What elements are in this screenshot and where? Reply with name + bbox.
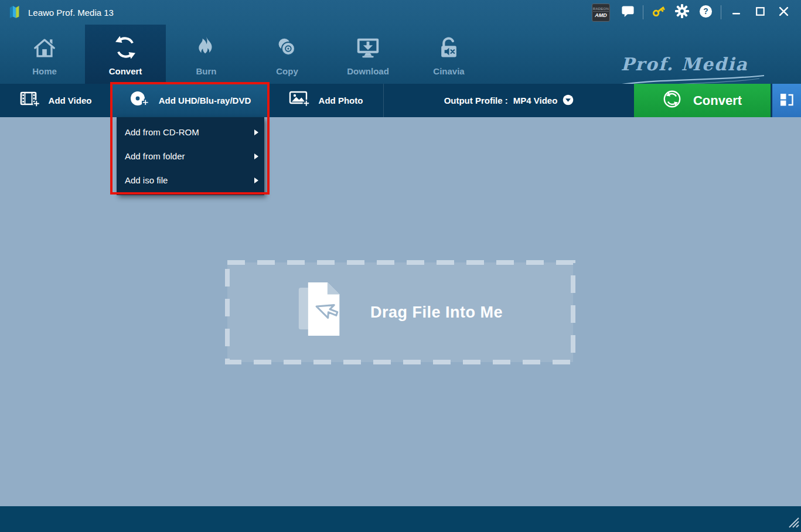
main-tab-bar: Home Convert <box>0 25 801 84</box>
svg-text:?: ? <box>703 6 708 16</box>
settings-button[interactable] <box>670 2 694 23</box>
key-icon <box>651 4 666 21</box>
file-drop-zone[interactable]: Drag File Into Me <box>224 260 576 365</box>
tab-convert[interactable]: Convert <box>85 25 166 84</box>
convert-icon <box>111 30 139 62</box>
add-disc-icon <box>129 90 150 111</box>
tab-label: Cinavia <box>433 66 464 76</box>
feedback-bubble-icon <box>621 5 635 20</box>
menu-item-add-from-cdrom[interactable]: Add from CD-ROM <box>117 120 264 144</box>
tab-label: Home <box>32 66 57 76</box>
convert-button[interactable]: Convert <box>634 84 771 117</box>
amd-radeon-badge: RADEON AMD <box>592 4 610 22</box>
dropzone-label: Drag File Into Me <box>370 303 503 322</box>
minimize-icon <box>732 7 741 18</box>
brand-script-text: Prof. Media <box>594 54 775 74</box>
tab-label: Copy <box>276 66 298 76</box>
add-photo-button[interactable]: Add Photo <box>268 84 384 117</box>
add-photo-icon <box>289 90 310 111</box>
output-profile-dropdown-icon[interactable] <box>563 94 574 107</box>
menu-item-label: Add from CD-ROM <box>125 127 199 137</box>
chevron-right-icon <box>254 154 258 159</box>
output-profile-selector[interactable]: Output Profile : MP4 Video <box>384 84 634 117</box>
header: Leawo Prof. Media 13 RADEON AMD <box>0 0 801 84</box>
add-video-button[interactable]: Add Video <box>0 84 111 117</box>
titlebar-separator <box>721 5 721 19</box>
feedback-button[interactable] <box>616 2 639 23</box>
resize-grip[interactable] <box>786 515 799 530</box>
panel-layout-icon <box>779 92 795 110</box>
add-uhd-bluray-dvd-button[interactable]: Add UHD/Blu-ray/DVD <box>111 84 268 117</box>
menu-item-label: Add from folder <box>125 151 185 161</box>
titlebar-separator <box>643 5 643 19</box>
minimize-button[interactable] <box>725 2 748 23</box>
tab-copy[interactable]: Copy <box>247 25 328 84</box>
dropzone-content: Drag File Into Me <box>224 260 576 365</box>
help-icon: ? <box>699 5 713 21</box>
chevron-right-icon <box>254 129 258 135</box>
output-profile-value: MP4 Video <box>513 96 558 105</box>
leawo-logo-icon <box>7 4 23 21</box>
tab-home[interactable]: Home <box>4 25 85 84</box>
convert-circle-icon <box>663 90 681 112</box>
close-button[interactable] <box>772 2 795 23</box>
copy-icon <box>274 30 301 62</box>
app-window: Leawo Prof. Media 13 RADEON AMD <box>0 0 801 532</box>
tab-label: Convert <box>109 66 142 76</box>
tab-burn[interactable]: Burn <box>166 25 247 84</box>
panel-toggle-button[interactable] <box>771 84 801 117</box>
drag-file-icon <box>298 278 346 346</box>
add-photo-label: Add Photo <box>319 96 363 105</box>
maximize-icon <box>756 7 765 18</box>
add-uhd-bluray-dvd-label: Add UHD/Blu-ray/DVD <box>159 96 251 105</box>
tab-download[interactable]: Download <box>328 25 408 84</box>
menu-item-add-from-folder[interactable]: Add from folder <box>117 144 264 168</box>
title-bar: Leawo Prof. Media 13 RADEON AMD <box>0 0 801 25</box>
burn-icon <box>193 30 219 62</box>
tab-cinavia[interactable]: Cinavia <box>408 25 489 84</box>
gear-icon <box>675 4 689 21</box>
add-video-icon <box>20 90 40 111</box>
amd-badge-top-text: RADEON <box>593 7 609 12</box>
output-profile-label: Output Profile : <box>444 96 508 105</box>
app-title: Leawo Prof. Media 13 <box>28 8 114 18</box>
tab-label: Burn <box>196 66 217 76</box>
download-icon <box>355 30 381 62</box>
status-bar <box>0 506 801 532</box>
chevron-right-icon <box>254 178 258 183</box>
maximize-button[interactable] <box>748 2 772 23</box>
convert-button-label: Convert <box>693 93 742 108</box>
menu-item-add-iso-file[interactable]: Add iso file <box>117 168 264 192</box>
home-icon <box>31 30 58 62</box>
menu-item-label: Add iso file <box>125 175 168 185</box>
close-icon <box>779 6 789 19</box>
titlebar-controls: RADEON AMD <box>592 2 795 23</box>
help-button[interactable]: ? <box>694 2 717 23</box>
add-video-label: Add Video <box>49 96 92 105</box>
tab-label: Download <box>347 66 389 76</box>
amd-badge-bottom-text: AMD <box>595 13 607 18</box>
register-button[interactable] <box>647 2 670 23</box>
add-uhd-dropdown-menu: Add from CD-ROM Add from folder Add iso … <box>117 117 264 195</box>
cinavia-icon <box>436 30 462 62</box>
action-toolbar: Add Video Add UHD/Blu-ray/DVD <box>0 84 801 117</box>
